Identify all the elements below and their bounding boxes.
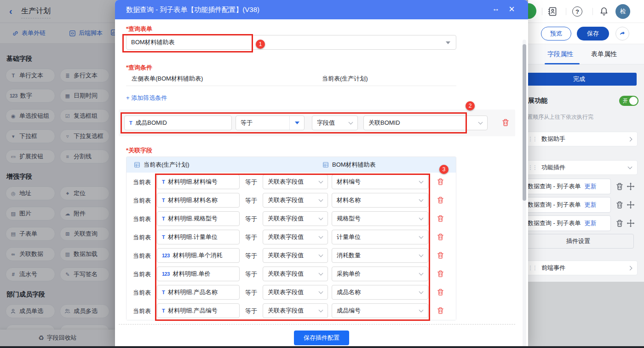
- function-plugins-section[interactable]: ⋮⋮ 功能插件: [523, 160, 638, 175]
- mapping-row: 当前表 T材料明细.材料编号 等于 关联表字段值 材料编号: [126, 173, 456, 191]
- target-field-select[interactable]: 采购单价: [332, 267, 428, 281]
- mapping-field-select[interactable]: T材料明细.计量单位: [157, 230, 240, 244]
- add-filter-condition-link[interactable]: + 添加筛选条件: [126, 94, 167, 102]
- modal-scrollbar-thumb[interactable]: [523, 44, 526, 201]
- divider: [126, 86, 456, 86]
- chevron-down-icon: [349, 120, 353, 125]
- mapping-field-select[interactable]: 123材料明细.单价: [157, 267, 240, 281]
- mapping-field-select[interactable]: 123材料明细.单个消耗: [157, 248, 240, 263]
- save-button[interactable]: 保存: [577, 27, 609, 41]
- extension-toggle[interactable]: 开: [619, 96, 638, 106]
- delete-row-icon[interactable]: [437, 233, 444, 241]
- source-type-select[interactable]: 关联表字段值: [263, 267, 328, 281]
- delete-row-icon[interactable]: [437, 270, 444, 278]
- close-icon[interactable]: ×: [509, 3, 515, 15]
- source-type-select[interactable]: 关联表字段值: [263, 248, 328, 263]
- delete-row-icon[interactable]: [437, 251, 444, 259]
- target-field-select[interactable]: 规格型号: [332, 211, 428, 226]
- text-type-icon: T: [162, 308, 165, 313]
- update-link[interactable]: 更新: [585, 201, 597, 209]
- chevron-down-icon: [319, 197, 323, 202]
- target-field-select[interactable]: 消耗数量: [332, 248, 428, 263]
- filter-field-select[interactable]: T 成品BOMID: [124, 116, 232, 130]
- filter-value-select[interactable]: 关联BOMID: [363, 116, 488, 130]
- target-field-select[interactable]: 成品名称: [332, 285, 428, 300]
- source-type-select[interactable]: 关联表字段值: [263, 285, 328, 300]
- mapping-field-select[interactable]: T材料明细.材料名称: [157, 193, 240, 208]
- expand-icon[interactable]: ↔: [492, 5, 500, 13]
- query-form-label: *查询表单: [126, 25, 152, 33]
- query-form-select[interactable]: BOM材料辅助表: [126, 35, 456, 50]
- source-type-select[interactable]: 关联表字段值: [263, 230, 328, 244]
- delete-filter-icon[interactable]: [501, 118, 510, 127]
- target-field-select[interactable]: 材料名称: [332, 193, 428, 208]
- delete-row-icon[interactable]: [437, 307, 444, 314]
- chevron-down-icon: [319, 271, 323, 276]
- modal-header[interactable]: 数据查询 - 到子表单【功能插件配置】(V38) ↔ ×: [115, 0, 528, 19]
- delete-row-icon[interactable]: [437, 288, 444, 296]
- chevron-down-icon: [319, 290, 323, 294]
- target-field-select[interactable]: 材料编号: [332, 174, 428, 189]
- drag-handle-icon[interactable]: ⋮⋮: [528, 136, 537, 142]
- delete-row-icon[interactable]: [437, 215, 444, 222]
- source-type-select[interactable]: 关联表字段值: [263, 174, 328, 189]
- help-icon[interactable]: ?: [572, 6, 582, 17]
- frontend-events-section[interactable]: ⋮⋮ 前端事件: [523, 261, 638, 275]
- tab-form-properties[interactable]: 表单属性: [591, 50, 617, 58]
- contacts-icon[interactable]: [547, 6, 558, 17]
- share-button[interactable]: [615, 27, 629, 41]
- mapping-field-select[interactable]: T材料明细.材料编号: [157, 174, 240, 189]
- mapping-field-select[interactable]: T材料明细.产品名称: [157, 285, 240, 300]
- user-avatar[interactable]: 检: [615, 4, 630, 19]
- filter-operator-select[interactable]: 等于: [236, 116, 305, 130]
- plugin-item[interactable]: 数据查询 - 到子表单 更新: [523, 215, 611, 231]
- notification-bell-icon[interactable]: [599, 6, 609, 17]
- delete-plugin-icon[interactable]: [615, 219, 624, 227]
- chevron-down-icon: [419, 216, 424, 220]
- source-type-select[interactable]: 关联表字段值: [263, 303, 328, 318]
- source-type-select[interactable]: 关联表字段值: [263, 211, 328, 226]
- delete-plugin-icon[interactable]: [615, 182, 624, 191]
- target-field-select[interactable]: 成品编号: [332, 303, 428, 318]
- delete-row-icon[interactable]: [437, 196, 444, 204]
- update-link[interactable]: 更新: [585, 219, 597, 227]
- mapping-row: 当前表 T材料明细.产品名称 等于 关联表字段值 成品名称: [126, 283, 456, 302]
- move-plugin-icon[interactable]: [627, 182, 635, 191]
- text-type-icon: T: [162, 234, 165, 240]
- field-mapping-table: 当前表(生产计划) BOM材料辅助表 当前表 T材料明细.材料编号 等于 关联表…: [126, 157, 456, 320]
- scroll-boundary-dashed-line: [119, 324, 515, 325]
- delete-row-icon[interactable]: [437, 178, 444, 186]
- target-field-select[interactable]: 计量单位: [332, 230, 428, 244]
- share-arrow-icon: [619, 30, 626, 37]
- chevron-down-icon: [478, 120, 483, 125]
- tab-field-properties[interactable]: 字段属性: [547, 50, 573, 58]
- chevron-down-icon: [319, 179, 323, 184]
- chevron-right-icon: [628, 266, 632, 271]
- dropdown-arrow-icon: [295, 122, 299, 124]
- move-plugin-icon[interactable]: [627, 219, 635, 227]
- preview-button[interactable]: 预览: [541, 27, 571, 41]
- update-link[interactable]: 更新: [585, 182, 597, 191]
- modal-title: 数据查询 - 到子表单【功能插件配置】(V38): [126, 6, 259, 14]
- drag-handle-icon[interactable]: ⋮⋮: [528, 265, 537, 271]
- move-plugin-icon[interactable]: [627, 201, 635, 209]
- plugin-item[interactable]: 数据查询 - 到子表单 更新: [523, 197, 611, 213]
- mapping-field-select[interactable]: T材料明细.规格型号: [157, 211, 240, 226]
- save-plugin-config-button[interactable]: 保存插件配置: [294, 331, 349, 345]
- done-button[interactable]: 完成: [522, 73, 637, 86]
- mapping-table-header: 当前表(生产计划) BOM材料辅助表: [126, 157, 456, 173]
- operator-dropdown-section[interactable]: [289, 116, 304, 130]
- text-type-icon: T: [162, 216, 165, 221]
- right-properties-panel: ? 检 预览 保存 字段属性 表单属性 完成 扩展功能 开 设置顺序从上往下依次…: [528, 0, 644, 348]
- source-type-select[interactable]: 关联表字段值: [263, 193, 328, 208]
- mapping-row: 当前表 T材料明细.规格型号 等于 关联表字段值 规格型号: [126, 209, 456, 228]
- plugin-settings-button[interactable]: 插件设置: [523, 234, 634, 249]
- plugin-item[interactable]: 数据查询 - 到子表单 更新: [523, 179, 611, 194]
- data-assistant-section[interactable]: ⋮⋮ 数据助手: [523, 132, 638, 146]
- chevron-down-icon: [319, 308, 323, 313]
- mapping-field-select[interactable]: T材料明细.产品编号: [157, 303, 240, 318]
- drag-handle-icon[interactable]: ⋮⋮: [528, 164, 537, 171]
- filter-value-type-select[interactable]: 字段值: [312, 116, 358, 130]
- delete-plugin-icon[interactable]: [615, 201, 624, 209]
- number-type-icon: 123: [162, 271, 170, 277]
